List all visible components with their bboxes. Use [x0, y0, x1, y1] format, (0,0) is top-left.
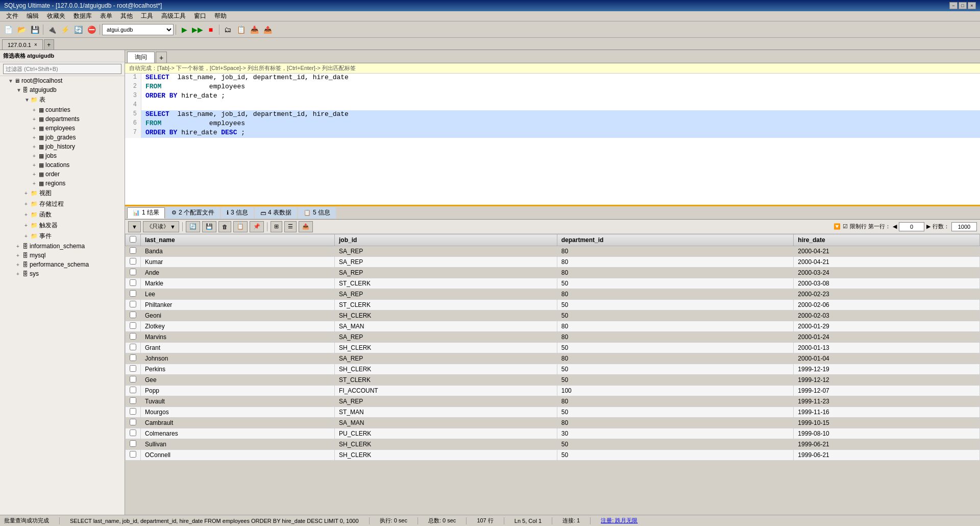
prev-page-button[interactable]: ◀: [893, 223, 897, 230]
row-checkbox-cell[interactable]: [126, 439, 141, 450]
tree-item-job-history[interactable]: + ▦ job_history: [0, 142, 125, 151]
row-checkbox-cell[interactable]: [126, 278, 141, 289]
row-checkbox-cell[interactable]: [126, 289, 141, 300]
row-checkbox-cell[interactable]: [126, 332, 141, 343]
table-row[interactable]: JohnsonSA_REP802000-01-04: [126, 353, 980, 364]
row-checkbox[interactable]: [130, 451, 136, 458]
copy-result-button[interactable]: 📋: [233, 221, 248, 232]
export-button[interactable]: 📤: [261, 23, 274, 36]
maximize-button[interactable]: □: [959, 2, 967, 9]
conn-tab-close-icon[interactable]: ×: [34, 42, 37, 47]
row-checkbox-cell[interactable]: [126, 450, 141, 461]
th-hire-date[interactable]: hire_date: [794, 234, 980, 246]
row-checkbox[interactable]: [130, 429, 136, 436]
table-row[interactable]: SullivanSH_CLERK501999-06-21: [126, 439, 980, 450]
menu-item-帮助[interactable]: 帮助: [210, 11, 231, 21]
result-tab-3[interactable]: ℹ 3 信息: [221, 207, 254, 219]
conn-tab-add-button[interactable]: +: [44, 39, 54, 50]
table-row[interactable]: TuvaultSA_REP801999-11-23: [126, 396, 980, 407]
row-checkbox-cell[interactable]: [126, 396, 141, 407]
results-menu-button[interactable]: ▼: [128, 221, 141, 232]
row-count-input[interactable]: [951, 222, 977, 231]
export-button[interactable]: 📤: [299, 221, 313, 232]
tree-item-jobs[interactable]: + ▦ jobs: [0, 151, 125, 160]
table-row[interactable]: OConnellSH_CLERK501999-06-21: [126, 450, 980, 461]
row-checkbox-cell[interactable]: [126, 386, 141, 396]
next-page-button[interactable]: ▶: [926, 223, 930, 230]
save-result-button[interactable]: 💾: [202, 221, 216, 232]
row-checkbox-cell[interactable]: [126, 257, 141, 268]
row-checkbox[interactable]: [130, 269, 136, 275]
readonly-button[interactable]: 《只读》 ▼: [143, 221, 179, 232]
execute-button[interactable]: ▶: [178, 23, 190, 36]
delete-result-button[interactable]: 🗑: [218, 221, 231, 232]
execute-all-button[interactable]: ▶▶: [191, 23, 204, 36]
row-checkbox-cell[interactable]: [126, 375, 141, 386]
table-row[interactable]: GrantSH_CLERK502000-01-13: [126, 343, 980, 353]
tree-item-mysql[interactable]: + 🗄 mysql: [0, 251, 125, 260]
conn-tab-active[interactable]: 127.0.0.1 ×: [2, 39, 43, 50]
schema-button[interactable]: 🗂: [222, 23, 234, 36]
query-tab-active[interactable]: 询问: [127, 52, 155, 63]
select-all-checkbox[interactable]: [130, 236, 136, 243]
tree-item-order[interactable]: + ▦ order: [0, 170, 125, 179]
menu-item-编辑[interactable]: 编辑: [22, 11, 43, 21]
menu-item-窗口[interactable]: 窗口: [190, 11, 210, 21]
table-row[interactable]: PerkinsSH_CLERK501999-12-19: [126, 364, 980, 375]
row-checkbox[interactable]: [130, 322, 136, 329]
tree-item-departments[interactable]: + ▦ departments: [0, 114, 125, 124]
row-checkbox[interactable]: [130, 301, 136, 307]
menu-item-表单[interactable]: 表单: [96, 11, 116, 21]
row-checkbox[interactable]: [130, 247, 136, 254]
new-button[interactable]: 📄: [2, 23, 14, 36]
th-checkbox[interactable]: [126, 234, 141, 246]
row-checkbox-cell[interactable]: [126, 418, 141, 428]
table-row[interactable]: PhiltankerST_CLERK502000-02-06: [126, 300, 980, 310]
menu-item-工具[interactable]: 工具: [137, 11, 157, 21]
row-checkbox-cell[interactable]: [126, 353, 141, 364]
row-checkbox[interactable]: [130, 258, 136, 265]
tree-item-sys[interactable]: + 🗄 sys: [0, 269, 125, 278]
table-row[interactable]: PoppFI_ACCOUNT1001999-12-07: [126, 386, 980, 396]
row-checkbox[interactable]: [130, 290, 136, 297]
tree-item-tables[interactable]: ▼ 📁 表: [0, 94, 125, 105]
open-button[interactable]: 📂: [15, 23, 28, 36]
row-checkbox[interactable]: [130, 419, 136, 425]
row-checkbox[interactable]: [130, 312, 136, 318]
cols-button[interactable]: ⊞: [271, 221, 282, 232]
tree-item-views[interactable]: + 📁 视图: [0, 188, 125, 199]
row-checkbox-cell[interactable]: [126, 321, 141, 332]
row-checkbox[interactable]: [130, 376, 136, 382]
refresh-button[interactable]: 🔄: [72, 23, 84, 36]
table-row[interactable]: MourgosST_MAN501999-11-16: [126, 407, 980, 418]
row-checkbox[interactable]: [130, 397, 136, 404]
title-controls[interactable]: − □ ×: [949, 2, 976, 9]
menu-item-高级工具[interactable]: 高级工具: [157, 11, 190, 21]
table-row[interactable]: MarvinsSA_REP802000-01-24: [126, 332, 980, 343]
sql-editor[interactable]: 1 SELECT last_name, job_id, department_i…: [125, 74, 980, 206]
paste-result-button[interactable]: 📌: [250, 221, 264, 232]
row-checkbox[interactable]: [130, 354, 136, 361]
tree-item-procedures[interactable]: + 📁 存储过程: [0, 199, 125, 209]
disconnect-button[interactable]: ⚡: [59, 23, 71, 36]
menu-item-数据库[interactable]: 数据库: [69, 11, 96, 21]
minimize-button[interactable]: −: [949, 2, 958, 9]
filter-input[interactable]: [3, 64, 121, 74]
tree-item-employees[interactable]: + ▦ employees: [0, 124, 125, 133]
menu-item-其他[interactable]: 其他: [116, 11, 137, 21]
table-row[interactable]: GeeST_CLERK501999-12-12: [126, 375, 980, 386]
row-checkbox-cell[interactable]: [126, 428, 141, 439]
row-checkbox-cell[interactable]: [126, 310, 141, 321]
table-row[interactable]: MarkleST_CLERK502000-03-08: [126, 278, 980, 289]
result-tab-4[interactable]: 🗃 4 表数据: [255, 207, 297, 219]
tree-item-root[interactable]: ▼ 🖥 root@localhost: [0, 76, 125, 85]
menu-item-文件[interactable]: 文件: [2, 11, 22, 21]
database-selector[interactable]: atgui.gudb: [102, 24, 174, 35]
row-checkbox[interactable]: [130, 387, 136, 393]
row-checkbox-cell[interactable]: [126, 246, 141, 257]
data-table-container[interactable]: last_name job_id department_id hire_date…: [125, 234, 980, 515]
row-checkbox-cell[interactable]: [126, 268, 141, 278]
rows-button[interactable]: ☰: [284, 221, 297, 232]
row-checkbox[interactable]: [130, 365, 136, 372]
first-row-input[interactable]: [899, 222, 924, 231]
